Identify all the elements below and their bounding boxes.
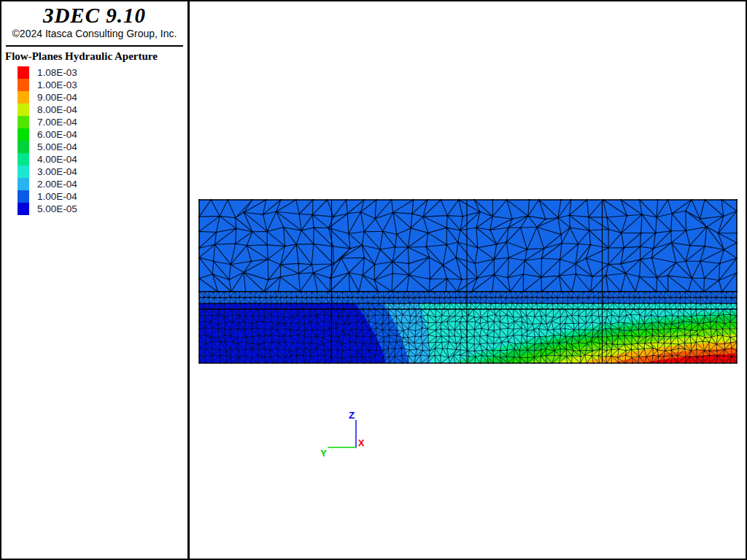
legend-value-label: 1.08E-03 bbox=[37, 66, 77, 79]
divider-line bbox=[6, 45, 183, 47]
model-viewport[interactable]: Z Y X bbox=[190, 1, 747, 559]
legend-value-label: 1.00E-04 bbox=[37, 190, 77, 203]
z-axis-label: Z bbox=[349, 410, 355, 421]
legend-entry: 9.00E-04 bbox=[18, 91, 77, 104]
sidebar: 3DEC 9.10 ©2024 Itasca Consulting Group,… bbox=[1, 1, 187, 559]
color-scale-legend: 1.08E-031.00E-039.00E-048.00E-047.00E-04… bbox=[18, 66, 77, 215]
legend-value-label: 8.00E-04 bbox=[37, 104, 77, 116]
app-title: 3DEC 9.10 bbox=[1, 4, 187, 28]
legend-color-swatch bbox=[18, 128, 29, 141]
legend-entry: 5.00E-05 bbox=[18, 203, 77, 215]
legend-value-label: 2.00E-04 bbox=[37, 178, 77, 190]
mesh-plot[interactable] bbox=[198, 199, 738, 364]
legend-entry: 8.00E-04 bbox=[18, 104, 77, 116]
legend-value-label: 5.00E-05 bbox=[37, 203, 77, 215]
legend-color-swatch bbox=[18, 178, 29, 190]
legend-entry: 4.00E-04 bbox=[18, 153, 77, 166]
legend-entry: 6.00E-04 bbox=[18, 128, 77, 141]
y-axis-label: Y bbox=[320, 448, 327, 459]
legend-color-swatch bbox=[18, 79, 29, 91]
application-window: 3DEC 9.10 ©2024 Itasca Consulting Group,… bbox=[0, 0, 747, 560]
legend-color-swatch bbox=[18, 190, 29, 203]
legend-color-swatch bbox=[18, 166, 29, 178]
legend-value-label: 9.00E-04 bbox=[37, 91, 77, 104]
legend-color-swatch bbox=[18, 91, 29, 104]
legend-color-swatch bbox=[18, 153, 29, 166]
legend-color-swatch bbox=[18, 203, 29, 215]
legend-entry: 2.00E-04 bbox=[18, 178, 77, 190]
x-axis-label: X bbox=[358, 438, 365, 448]
axis-triad: Z Y X bbox=[315, 406, 374, 461]
legend-color-swatch bbox=[18, 141, 29, 153]
legend-color-swatch bbox=[18, 116, 29, 128]
legend-color-swatch bbox=[18, 66, 29, 79]
legend-value-label: 4.00E-04 bbox=[37, 153, 77, 166]
legend-entry: 1.00E-04 bbox=[18, 190, 77, 203]
legend-value-label: 1.00E-03 bbox=[37, 79, 77, 91]
legend-entry: 5.00E-04 bbox=[18, 141, 77, 153]
legend-color-swatch bbox=[18, 104, 29, 116]
copyright-text: ©2024 Itasca Consulting Group, Inc. bbox=[1, 28, 187, 39]
legend-value-label: 6.00E-04 bbox=[37, 128, 77, 141]
legend-value-label: 3.00E-04 bbox=[37, 166, 77, 178]
legend-entry: 1.08E-03 bbox=[18, 66, 77, 79]
legend-value-label: 5.00E-04 bbox=[37, 141, 77, 153]
legend-entry: 1.00E-03 bbox=[18, 79, 77, 91]
legend-entry: 3.00E-04 bbox=[18, 166, 77, 178]
legend-value-label: 7.00E-04 bbox=[37, 116, 77, 128]
legend-entry: 7.00E-04 bbox=[18, 116, 77, 128]
legend-title: Flow-Planes Hydraulic Aperture bbox=[5, 50, 186, 63]
